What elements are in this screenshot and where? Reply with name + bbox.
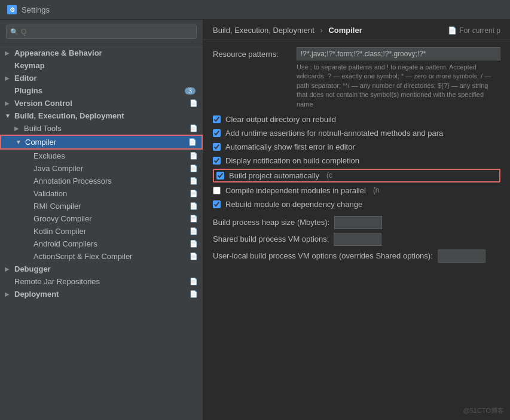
page-icon-compiler: 📄 (188, 138, 197, 146)
tree-label-build-tools: Build Tools (24, 124, 187, 133)
sidebar-item-deployment[interactable]: ▶Deployment📄 (0, 288, 203, 300)
tree-label-android-compilers: Android Compilers (33, 239, 187, 248)
main-layout: 🔍 ▶Appearance & BehaviorKeymap▶EditorPlu… (0, 20, 510, 420)
tree-label-rmi-compiler: RMI Compiler (33, 202, 187, 211)
app-icon: ⚙ (7, 5, 17, 14)
tree-badge-plugins: 3 (185, 87, 196, 95)
checkbox-compile-parallel[interactable] (213, 187, 221, 194)
shared-vm-row: Shared build process VM options: (213, 233, 500, 246)
sidebar-item-validation[interactable]: Validation📄 (0, 187, 203, 200)
checkbox-rebuild-module[interactable] (213, 200, 221, 208)
tree-label-actionscript-flex: ActionScript & Flex Compiler (33, 252, 187, 261)
tree-label-java-compiler: Java Compiler (33, 164, 187, 173)
sidebar-item-groovy-compiler[interactable]: Groovy Compiler📄 (0, 212, 203, 225)
page-icon-version-control: 📄 (190, 99, 198, 107)
sidebar-item-build-execution[interactable]: ▼Build, Execution, Deployment (0, 109, 203, 122)
option-row-build-automatically: Build project automatically(c (213, 169, 500, 182)
tree-label-debugger: Debugger (14, 264, 198, 273)
search-input[interactable] (6, 25, 197, 39)
option-label-auto-show-error: Automatically show first error in editor (225, 142, 355, 151)
tree-label-excludes: Excludes (33, 151, 187, 160)
page-icon-android-compilers: 📄 (190, 240, 198, 248)
page-icon: 📄 (448, 26, 457, 35)
page-icon-kotlin-compiler: 📄 (190, 227, 198, 235)
resource-patterns-row: Resource patterns: Use ; to separate pat… (213, 47, 500, 109)
sidebar-item-build-tools[interactable]: ▶Build Tools📄 (0, 122, 203, 135)
tree-label-editor: Editor (14, 74, 198, 83)
resource-hint: Use ; to separate patterns and ! to nega… (297, 63, 500, 109)
breadcrumb: Build, Execution, Deployment › Compiler (213, 26, 362, 35)
sidebar-item-excludes[interactable]: Excludes📄 (0, 150, 203, 162)
title-bar: ⚙ Settings (0, 0, 510, 20)
option-label-display-notification: Display notification on build completion (225, 156, 359, 165)
sidebar-item-remote-jar[interactable]: Remote Jar Repositories📄 (0, 275, 203, 288)
resource-input-row (297, 47, 500, 60)
sidebar-item-version-control[interactable]: ▶Version Control📄 (0, 97, 203, 109)
option-label-rebuild-module: Rebuild module on dependency change (225, 200, 362, 209)
sidebar-item-debugger[interactable]: ▶Debugger (0, 263, 203, 275)
sidebar: 🔍 ▶Appearance & BehaviorKeymap▶EditorPlu… (0, 20, 203, 420)
page-icon-annotation-processors: 📄 (190, 177, 198, 185)
checkbox-build-automatically[interactable] (216, 172, 224, 179)
option-label-clear-output: Clear output directory on rebuild (225, 115, 336, 124)
tree-arrow-editor: ▶ (5, 75, 14, 81)
content-header: Build, Execution, Deployment › Compiler … (203, 20, 510, 40)
option-aside-build-automatically: (c (326, 171, 332, 179)
option-row-rebuild-module: Rebuild module on dependency change (213, 199, 500, 210)
user-local-vm-input[interactable] (438, 249, 485, 263)
option-label-build-automatically: Build project automatically (229, 171, 319, 180)
sidebar-item-appearance[interactable]: ▶Appearance & Behavior (0, 47, 203, 59)
for-current-label: 📄 For current p (448, 26, 500, 35)
sidebar-item-compiler[interactable]: ▼Compiler📄 (0, 135, 203, 150)
tree-arrow-compiler: ▼ (16, 139, 25, 145)
checkbox-display-notification[interactable] (213, 157, 221, 165)
page-icon-validation: 📄 (190, 190, 198, 197)
user-local-vm-row: User-local build process VM options (ove… (213, 249, 500, 263)
tree-arrow-deployment: ▶ (5, 291, 14, 297)
heap-size-input[interactable] (334, 216, 382, 229)
watermark: @51CTO博客 (463, 406, 504, 415)
shared-vm-input[interactable] (334, 233, 381, 246)
resource-value-box: Use ; to separate patterns and ! to nega… (297, 47, 500, 109)
page-icon-java-compiler: 📄 (190, 165, 198, 172)
breadcrumb-parent: Build, Execution, Deployment (213, 26, 314, 35)
heap-size-row: Build process heap size (Mbytes): (213, 216, 500, 229)
sidebar-item-kotlin-compiler[interactable]: Kotlin Compiler📄 (0, 225, 203, 238)
sidebar-item-editor[interactable]: ▶Editor (0, 72, 203, 84)
options-list: Clear output directory on rebuildAdd run… (213, 114, 500, 210)
sidebar-item-java-compiler[interactable]: Java Compiler📄 (0, 162, 203, 175)
sidebar-item-keymap[interactable]: Keymap (0, 59, 203, 72)
sidebar-item-plugins[interactable]: Plugins3 (0, 84, 203, 97)
sidebar-item-android-compilers[interactable]: Android Compilers📄 (0, 238, 203, 250)
tree-label-keymap: Keymap (14, 61, 198, 70)
tree-arrow-appearance: ▶ (5, 50, 14, 56)
sidebar-item-actionscript-flex[interactable]: ActionScript & Flex Compiler📄 (0, 250, 203, 263)
tree-label-compiler: Compiler (25, 138, 186, 147)
breadcrumb-current: Compiler (328, 26, 362, 35)
tree-arrow-version-control: ▶ (5, 100, 14, 106)
tree-label-groovy-compiler: Groovy Compiler (33, 214, 187, 223)
shared-vm-label: Shared build process VM options: (213, 235, 329, 244)
page-icon-excludes: 📄 (190, 152, 198, 160)
checkbox-auto-show-error[interactable] (213, 143, 221, 151)
tree-label-annotation-processors: Annotation Processors (33, 176, 187, 185)
tree-label-plugins: Plugins (14, 86, 185, 95)
tree-label-validation: Validation (33, 189, 187, 198)
option-row-clear-output: Clear output directory on rebuild (213, 114, 500, 125)
heap-size-label: Build process heap size (Mbytes): (213, 218, 329, 227)
tree-label-deployment: Deployment (14, 290, 187, 299)
content-panel: Build, Execution, Deployment › Compiler … (203, 20, 510, 420)
user-local-vm-label: User-local build process VM options (ove… (213, 251, 433, 260)
resource-patterns-input[interactable] (297, 47, 500, 60)
sidebar-item-rmi-compiler[interactable]: RMI Compiler📄 (0, 200, 203, 212)
sidebar-item-annotation-processors[interactable]: Annotation Processors📄 (0, 175, 203, 187)
search-box: 🔍 (0, 20, 203, 44)
checkbox-clear-output[interactable] (213, 115, 221, 123)
checkbox-add-runtime[interactable] (213, 129, 221, 137)
content-body: Resource patterns: Use ; to separate pat… (203, 40, 510, 420)
option-row-compile-parallel: Compile independent modules in parallel(… (213, 185, 500, 196)
option-row-display-notification: Display notification on build completion (213, 155, 500, 166)
tree-arrow-build-execution: ▼ (5, 112, 14, 119)
tree-arrow-debugger: ▶ (5, 266, 14, 272)
tree-label-remote-jar: Remote Jar Repositories (14, 277, 187, 286)
